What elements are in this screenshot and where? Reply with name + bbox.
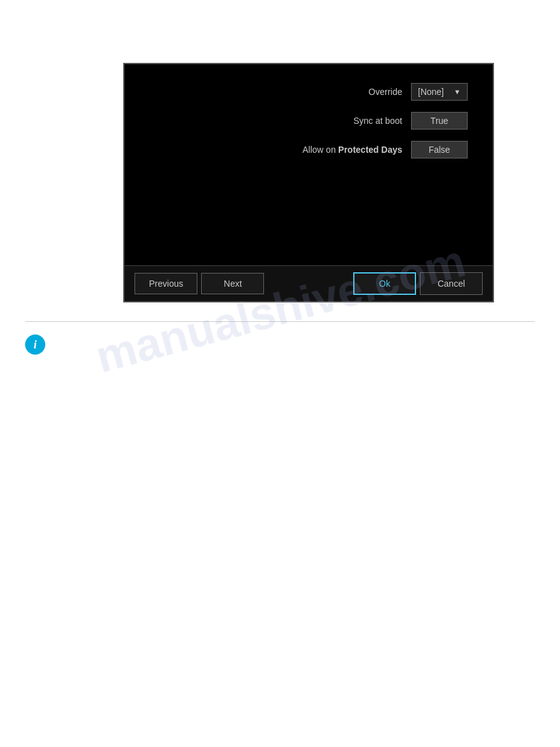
previous-button[interactable]: Previous <box>135 273 197 294</box>
protected-value: False <box>429 145 450 155</box>
info-icon-label: i <box>33 339 36 350</box>
section-divider <box>25 321 535 322</box>
form-row-sync: Sync at boot True <box>150 112 468 130</box>
info-icon: i <box>25 335 45 355</box>
cancel-button[interactable]: Cancel <box>420 272 483 295</box>
page-container: manualshive.com Override [None] ▼ Sync a… <box>0 0 560 747</box>
dialog: Override [None] ▼ Sync at boot True <box>123 63 494 302</box>
ok-button[interactable]: Ok <box>353 272 416 295</box>
dropdown-arrow-icon: ▼ <box>454 88 461 96</box>
footer-left: Previous Next <box>135 273 264 294</box>
sync-button[interactable]: True <box>411 112 468 130</box>
dialog-content: Override [None] ▼ Sync at boot True <box>124 64 493 265</box>
form-row-protected: Allow on Protected Days False <box>150 141 468 158</box>
sync-label: Sync at boot <box>353 116 402 126</box>
footer-right: Ok Cancel <box>353 272 483 295</box>
dialog-footer: Previous Next Ok Cancel <box>124 265 493 301</box>
next-button[interactable]: Next <box>201 273 264 294</box>
override-value: [None] <box>418 87 444 97</box>
sync-value: True <box>431 116 448 126</box>
override-label: Override <box>368 87 402 97</box>
dialog-wrapper: Override [None] ▼ Sync at boot True <box>123 63 494 302</box>
override-select[interactable]: [None] ▼ <box>411 83 468 101</box>
protected-label: Allow on Protected Days <box>302 145 402 155</box>
protected-button[interactable]: False <box>411 141 468 158</box>
info-row: i <box>25 335 535 355</box>
form-row-override: Override [None] ▼ <box>150 83 468 101</box>
